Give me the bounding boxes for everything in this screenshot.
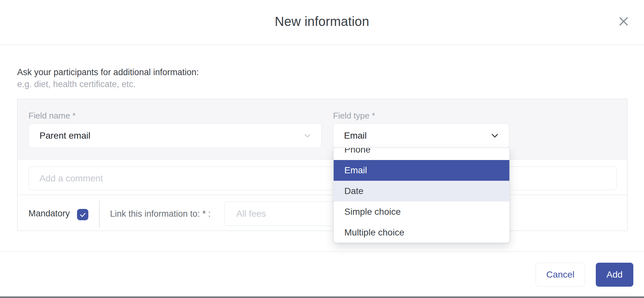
options-row: Mandatory Link this information to: * : (17, 195, 627, 231)
footer-divider (0, 251, 644, 252)
mandatory-label: Mandatory (28, 209, 70, 219)
window-bottom-edge (0, 296, 644, 298)
field-name-select[interactable]: Parent email (28, 123, 322, 148)
check-icon (79, 211, 87, 219)
dropdown-option-simple-choice[interactable]: Simple choice (334, 201, 509, 222)
intro-text: Ask your participants for additional inf… (17, 67, 199, 77)
intro-hint-text: e.g. diet, health certificate, etc. (17, 79, 136, 89)
vertical-divider (99, 201, 100, 227)
field-type-label: Field type * (333, 111, 375, 121)
field-type-value: Email (333, 131, 367, 141)
header-divider (0, 44, 644, 45)
close-icon (617, 15, 630, 28)
field-definition-row: Field name * Parent email Field type * E… (17, 99, 627, 159)
dropdown-option-list: Phone Email Date Simple choice Multiple … (334, 148, 509, 243)
chevron-down-icon (303, 131, 312, 141)
cancel-button[interactable]: Cancel (536, 263, 585, 287)
modal-title: New information (0, 14, 644, 29)
close-button[interactable] (616, 14, 631, 29)
comment-input[interactable] (28, 166, 617, 190)
dropdown-option-date[interactable]: Date (334, 181, 509, 201)
new-information-modal: New information Ask your participants fo… (0, 0, 644, 298)
dropdown-option-email[interactable]: Email (334, 160, 509, 181)
mandatory-checkbox[interactable] (77, 209, 88, 220)
field-type-dropdown: Phone Email Date Simple choice Multiple … (333, 148, 510, 243)
comment-row (17, 159, 627, 195)
link-to-label: Link this information to: * : (110, 209, 211, 219)
dropdown-option-phone[interactable]: Phone (334, 148, 509, 160)
field-form-box: Field name * Parent email Field type * E… (17, 99, 627, 231)
add-button[interactable]: Add (596, 263, 633, 287)
dropdown-option-multiple-choice[interactable]: Multiple choice (334, 222, 509, 243)
field-name-label: Field name * (28, 111, 76, 121)
field-name-value: Parent email (29, 131, 90, 141)
chevron-down-icon (490, 131, 500, 141)
field-type-select[interactable]: Email (333, 123, 509, 148)
